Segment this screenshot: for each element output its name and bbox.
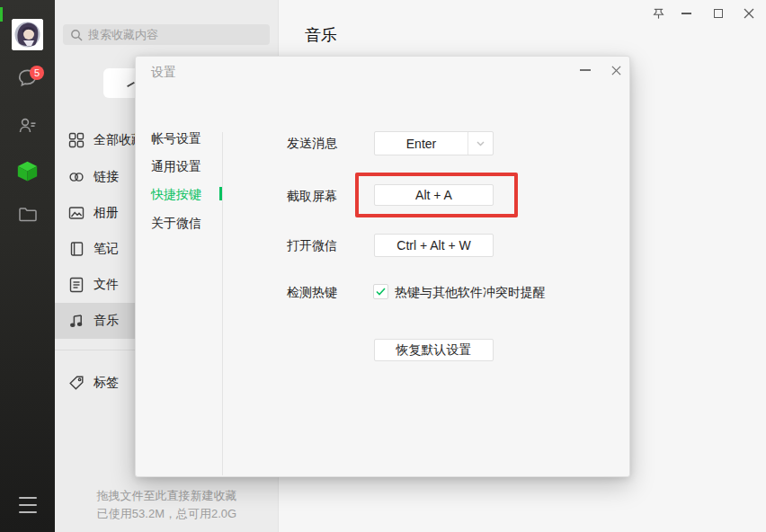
- hotkey-detect-label: 检测热键: [287, 285, 337, 299]
- favorites-cube-icon[interactable]: [0, 159, 55, 183]
- item-label: 笔记: [94, 241, 119, 257]
- search-icon: [70, 29, 83, 41]
- hotkey-conflict-text: 热键与其他软件冲突时提醒: [395, 285, 546, 301]
- drop-hint-text: 拖拽文件至此直接新建收藏: [55, 488, 279, 504]
- maximize-icon[interactable]: [709, 4, 727, 22]
- dialog-minimize-icon[interactable]: [575, 60, 595, 80]
- dialog-close-icon[interactable]: [606, 60, 626, 80]
- menu-about-wechat[interactable]: 关于微信: [151, 216, 201, 230]
- chevron-down-icon[interactable]: [468, 132, 493, 155]
- hotkey-conflict-checkbox[interactable]: [373, 284, 388, 299]
- settings-dialog: 设置 帐号设置 通用设置 快捷按键 关于微信 发送消息 Enter 截取屏幕 A…: [135, 56, 630, 477]
- dialog-title: 设置: [151, 65, 176, 81]
- close-icon[interactable]: [740, 4, 758, 22]
- wechat-favorites-window: 5: [0, 0, 766, 532]
- send-message-value: Enter: [406, 137, 436, 151]
- contacts-icon[interactable]: [0, 115, 55, 137]
- user-avatar[interactable]: [12, 19, 43, 50]
- page-title: 音乐: [305, 24, 337, 46]
- file-icon: [68, 277, 85, 293]
- screenshot-hotkey-button[interactable]: Alt + A: [374, 184, 494, 206]
- item-label: 相册: [94, 205, 119, 221]
- storage-usage-text: 已使用53.2M，总可用2.0G: [55, 506, 279, 522]
- avatar-image: [12, 19, 43, 50]
- nav-sidebar: 5: [0, 0, 55, 532]
- folder-icon[interactable]: [0, 206, 55, 223]
- link-icon: [68, 169, 85, 185]
- search-box[interactable]: [63, 24, 270, 45]
- item-label: 链接: [94, 169, 119, 185]
- send-message-label: 发送消息: [287, 136, 337, 150]
- note-icon: [68, 241, 85, 257]
- menu-general-settings[interactable]: 通用设置: [151, 159, 201, 173]
- checkmark-icon: [376, 288, 386, 296]
- dialog-divider: [222, 132, 223, 475]
- reset-defaults-button[interactable]: 恢复默认设置: [374, 339, 494, 361]
- open-wechat-label: 打开微信: [287, 238, 337, 253]
- pen-icon: [127, 82, 135, 87]
- tag-icon: [68, 375, 85, 391]
- minimize-icon[interactable]: [677, 4, 695, 22]
- edge-accent: [0, 7, 3, 22]
- item-label: 音乐: [94, 313, 119, 329]
- screenshot-label: 截取屏幕: [287, 189, 337, 203]
- send-message-select[interactable]: Enter: [374, 131, 494, 155]
- unread-badge: 5: [30, 66, 44, 80]
- item-label: 文件: [94, 277, 119, 293]
- chats-icon[interactable]: [0, 67, 55, 88]
- grid-icon: [68, 132, 85, 148]
- open-wechat-hotkey-button[interactable]: Ctrl + Alt + W: [374, 234, 494, 257]
- menu-shortcut-keys[interactable]: 快捷按键: [151, 187, 201, 201]
- menu-account-settings[interactable]: 帐号设置: [151, 131, 201, 146]
- search-input[interactable]: [88, 28, 263, 41]
- pin-icon[interactable]: [649, 4, 667, 22]
- menu-icon[interactable]: [19, 497, 37, 514]
- album-icon: [68, 205, 85, 221]
- music-icon: [68, 313, 85, 329]
- item-label: 标签: [94, 375, 119, 391]
